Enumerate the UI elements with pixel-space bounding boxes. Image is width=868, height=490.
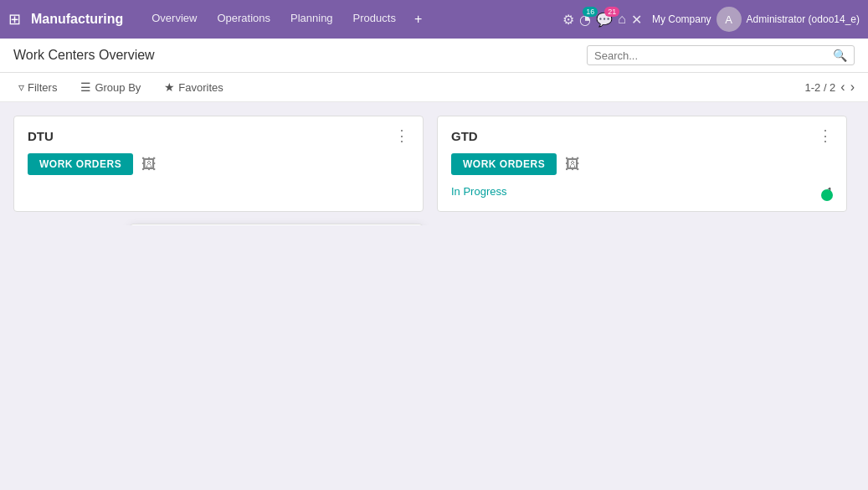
wc-dtu-actions: WORK ORDERS 🖼: [28, 153, 409, 175]
nav-add[interactable]: +: [408, 8, 429, 30]
content-area: DTU ⋮ WORK ORDERS 🖼 GTD ⋮ WORK ORDERS 🖼 …: [0, 102, 868, 225]
wc-dtu-monitor-icon[interactable]: 🖼: [141, 156, 157, 173]
wc-gtd-work-orders-btn[interactable]: WORK ORDERS: [451, 153, 557, 175]
wc-card-gtd-header: GTD ⋮: [451, 126, 833, 145]
app-title: Manufacturing: [31, 12, 123, 27]
admin-label: Administrator (odoo14_e): [747, 13, 860, 25]
star-icon: ★: [164, 80, 175, 94]
search-bar: 🔍: [587, 45, 855, 65]
pager-prev[interactable]: ‹: [840, 80, 845, 95]
wc-card-dtu: DTU ⋮ WORK ORDERS 🖼: [13, 116, 424, 212]
page-title: Work Centers Overview: [13, 48, 155, 63]
group-by-label: Group By: [95, 81, 141, 94]
topbar: ⊞ Manufacturing Overview Operations Plan…: [0, 0, 868, 39]
wc-gtd-title: GTD: [451, 129, 478, 143]
wc-gtd-actions: WORK ORDERS 🖼: [451, 153, 833, 175]
dropdown-menu: Actions Plan Orders Maintenance Reportin…: [130, 224, 423, 225]
wc-dtu-menu[interactable]: ⋮: [394, 126, 409, 145]
nav-planning[interactable]: Planning: [282, 8, 342, 30]
group-by-button[interactable]: ☰ Group By: [75, 78, 146, 96]
settings-icon[interactable]: ⚙: [562, 12, 574, 28]
search-input[interactable]: [594, 49, 833, 62]
wc-dtu-work-orders-btn[interactable]: WORK ORDERS: [28, 153, 133, 175]
in-progress-label[interactable]: In Progress: [451, 185, 506, 198]
pager-text: 1-2 / 2: [804, 81, 835, 94]
main-nav: Overview Operations Planning Products +: [143, 8, 556, 30]
home-icon[interactable]: ⌂: [618, 12, 626, 27]
favorites-label: Favorites: [178, 81, 223, 94]
pager-next[interactable]: ›: [850, 80, 855, 95]
toolbar: ▿ Filters ☰ Group By ★ Favorites 1-2 / 2…: [0, 73, 868, 102]
in-progress-row: In Progress 1: [451, 182, 833, 201]
company-name: My Company: [652, 13, 711, 25]
avatar[interactable]: A: [716, 7, 742, 32]
group-icon: ☰: [80, 80, 91, 94]
toolbar-right: 1-2 / 2 ‹ ›: [804, 80, 855, 95]
toolbar-left: ▿ Filters ☰ Group By ★ Favorites: [13, 78, 229, 96]
search-icon: 🔍: [833, 49, 847, 62]
filter-icon: ▿: [18, 80, 24, 94]
wc-gtd-menu[interactable]: ⋮: [818, 126, 833, 145]
wc-card-gtd: GTD ⋮ WORK ORDERS 🖼 In Progress 1: [437, 116, 847, 212]
wc-dtu-title: DTU: [28, 129, 54, 143]
nav-operations[interactable]: Operations: [208, 8, 279, 30]
filters-label: Filters: [28, 81, 57, 94]
filters-button[interactable]: ▿ Filters: [13, 78, 62, 96]
nav-products[interactable]: Products: [345, 8, 404, 30]
chat-icon[interactable]: 💬 21: [596, 12, 613, 28]
grid-icon[interactable]: ⊞: [8, 10, 21, 28]
nav-overview[interactable]: Overview: [143, 8, 205, 30]
close-icon[interactable]: ✕: [631, 12, 642, 28]
topbar-right: ⚙ ◔ 16 💬 21 ⌂ ✕ My Company A Administrat…: [562, 7, 860, 32]
wc-gtd-monitor-icon[interactable]: 🖼: [565, 156, 580, 173]
clock-icon[interactable]: ◔ 16: [579, 12, 591, 28]
status-dot: [821, 189, 833, 201]
page-header: Work Centers Overview 🔍: [0, 39, 868, 73]
wc-card-dtu-header: DTU ⋮: [28, 126, 409, 145]
favorites-button[interactable]: ★ Favorites: [159, 78, 228, 96]
